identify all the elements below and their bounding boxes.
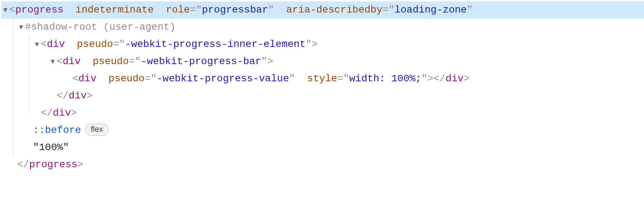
dom-node-before-pseudo[interactable]: ::before flex	[1, 122, 644, 139]
disclosure-triangle-icon[interactable]: ▼	[17, 21, 25, 34]
dom-text-node[interactable]: "100%"	[1, 139, 644, 156]
dom-node-shadow-root[interactable]: ▼ #shadow-root (user-agent)	[1, 19, 644, 36]
disclosure-triangle-icon[interactable]: ▼	[33, 39, 41, 51]
shadow-root-label: #shadow-root (user-agent)	[25, 19, 176, 36]
flex-badge[interactable]: flex	[85, 124, 108, 136]
tag-close: </div>	[41, 105, 77, 122]
dom-node-progress-close[interactable]: </progress>	[1, 156, 644, 173]
tag-open: <div pseudo="-webkit-progress-inner-elem…	[41, 36, 318, 53]
dom-node-inner-element-close[interactable]: </div>	[1, 105, 644, 122]
tag-self-close: <div pseudo="-webkit-progress-value" sty…	[72, 70, 470, 87]
dom-node-progress-open[interactable]: ▼ <progress indeterminate role="progress…	[1, 1, 644, 19]
dom-tree: ▼ <progress indeterminate role="progress…	[0, 0, 644, 175]
tag-close: </div>	[57, 87, 93, 105]
tag-close: </progress>	[17, 156, 83, 173]
disclosure-triangle-icon[interactable]: ▼	[49, 56, 57, 68]
dom-node-inner-element-open[interactable]: ▼ <div pseudo="-webkit-progress-inner-el…	[1, 36, 644, 53]
pseudo-element-label: ::before	[33, 122, 81, 139]
tag-open: <progress indeterminate role="progressba…	[9, 1, 473, 19]
dom-node-progress-bar-close[interactable]: </div>	[1, 87, 644, 105]
dom-node-progress-value[interactable]: <div pseudo="-webkit-progress-value" sty…	[1, 70, 644, 87]
dom-node-progress-bar-open[interactable]: ▼ <div pseudo="-webkit-progress-bar">	[1, 53, 644, 70]
disclosure-triangle-icon[interactable]: ▼	[1, 4, 9, 16]
text-node-value: "100%"	[33, 139, 69, 156]
tag-open: <div pseudo="-webkit-progress-bar">	[57, 53, 273, 70]
